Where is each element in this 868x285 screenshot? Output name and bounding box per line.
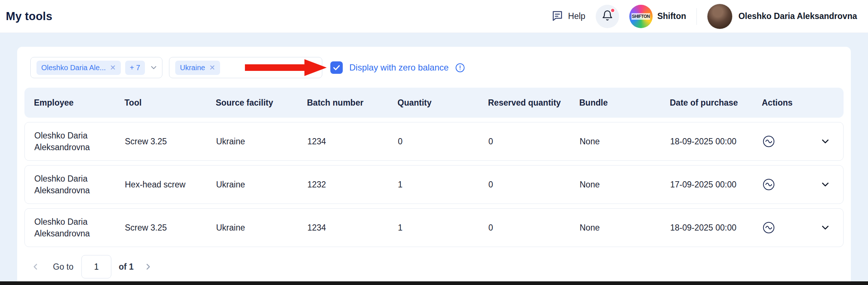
cell-tool: Screw 3.25 <box>115 222 207 233</box>
location-chip: Ukraine ✕ <box>175 61 220 75</box>
cell-bundle: None <box>570 136 661 147</box>
employee-chip-label: Oleshko Daria Ale... <box>41 64 106 72</box>
bottom-strip <box>0 281 868 285</box>
cell-date-of-purchase: 18-09-2025 00:00 <box>661 222 753 233</box>
cell-date-of-purchase: 18-09-2025 00:00 <box>661 136 753 147</box>
brand-label: Shifton <box>657 11 686 21</box>
cell-quantity: 1 <box>388 179 479 190</box>
user-menu[interactable]: Oleshko Daria Aleksandrovna <box>707 4 857 29</box>
column-header-actions: Actions <box>752 97 844 109</box>
shifton-logo[interactable]: SHIFTON <box>629 5 653 28</box>
cell-bundle: None <box>570 179 661 190</box>
filter-row: Oleshko Daria Ale... ✕ + 7 Ukraine ✕ <box>30 57 844 78</box>
employee-more-chip[interactable]: + 7 <box>125 61 145 75</box>
cell-reserved-quantity: 0 <box>479 179 570 190</box>
help-icon <box>551 10 564 23</box>
table-row: Oleshko Daria Aleksandrovna Screw 3.25 U… <box>24 208 844 247</box>
pagination-prev-icon[interactable] <box>28 262 43 271</box>
cell-source-facility: Ukraine <box>207 179 298 190</box>
shifton-logo-text: SHIFTON <box>631 13 650 20</box>
cell-bundle: None <box>570 222 661 233</box>
info-icon[interactable] <box>455 63 465 73</box>
my-tools-card: Oleshko Daria Ale... ✕ + 7 Ukraine ✕ <box>17 47 851 285</box>
table-row: Oleshko Daria Aleksandrovna Screw 3.25 U… <box>24 122 844 161</box>
cell-reserved-quantity: 0 <box>479 222 570 233</box>
employee-chip: Oleshko Daria Ale... ✕ <box>37 61 121 75</box>
column-header-batch-number: Batch number <box>297 97 388 109</box>
cell-quantity: 1 <box>388 222 479 233</box>
cell-batch-number: 1232 <box>298 179 388 190</box>
table-row: Oleshko Daria Aleksandrovna Hex-head scr… <box>24 165 844 204</box>
activity-icon[interactable] <box>762 135 775 148</box>
cell-batch-number: 1234 <box>298 222 388 233</box>
zero-balance-label: Display with zero balance <box>349 62 449 73</box>
location-filter-select[interactable]: Ukraine ✕ <box>169 57 322 78</box>
cell-date-of-purchase: 17-09-2025 00:00 <box>661 179 753 190</box>
tools-table: Employee Tool Source facility Batch numb… <box>24 88 844 247</box>
column-header-reserved-quantity: Reserved quantity <box>479 97 570 109</box>
topbar-right: Help SHIFTON Shifton Oleshko Daria Aleks… <box>551 4 857 29</box>
cell-tool: Hex-head screw <box>115 179 207 190</box>
chevron-down-icon[interactable] <box>149 63 158 72</box>
notification-dot <box>610 8 615 13</box>
table-header-row: Employee Tool Source facility Batch numb… <box>24 88 844 118</box>
of-label: of 1 <box>119 262 134 272</box>
page-input[interactable] <box>81 255 111 278</box>
cell-employee: Oleshko Daria Aleksandrovna <box>25 216 112 239</box>
header-divider <box>696 8 697 25</box>
column-header-tool: Tool <box>115 97 206 109</box>
user-name: Oleshko Daria Aleksandrovna <box>738 11 857 21</box>
activity-icon[interactable] <box>762 178 775 191</box>
zero-balance-checkbox[interactable] <box>330 61 343 74</box>
remove-chip-icon[interactable]: ✕ <box>110 64 116 71</box>
goto-label: Go to <box>53 262 73 272</box>
cell-reserved-quantity: 0 <box>479 136 570 147</box>
cell-actions <box>753 135 843 148</box>
column-header-source-facility: Source facility <box>206 97 297 109</box>
cell-source-facility: Ukraine <box>207 222 298 233</box>
column-header-employee: Employee <box>24 97 115 109</box>
page-title: My tools <box>6 10 52 23</box>
top-bar: My tools Help SHIFTON <box>0 0 868 33</box>
avatar <box>707 4 733 29</box>
cell-actions <box>753 221 843 234</box>
remove-chip-icon[interactable]: ✕ <box>209 64 215 71</box>
cell-quantity: 0 <box>388 136 479 147</box>
activity-icon[interactable] <box>762 221 775 234</box>
chevron-down-icon[interactable] <box>820 136 831 147</box>
location-chip-label: Ukraine <box>180 64 205 72</box>
cell-employee: Oleshko Daria Aleksandrovna <box>25 130 112 153</box>
employee-filter-select[interactable]: Oleshko Daria Ale... ✕ + 7 <box>30 57 162 78</box>
column-header-bundle: Bundle <box>570 97 660 109</box>
pagination: Go to of 1 <box>28 255 844 278</box>
help-label: Help <box>568 11 585 21</box>
cell-employee: Oleshko Daria Aleksandrovna <box>25 173 112 196</box>
pagination-next-icon[interactable] <box>140 262 155 271</box>
column-header-quantity: Quantity <box>388 97 479 109</box>
employee-more-label: + 7 <box>130 64 140 72</box>
chevron-down-icon[interactable] <box>820 179 831 190</box>
cell-batch-number: 1234 <box>298 136 388 147</box>
cell-actions <box>753 178 843 191</box>
column-header-date-of-purchase: Date of purchase <box>660 97 752 109</box>
chevron-down-icon[interactable] <box>820 222 831 233</box>
brand: SHIFTON Shifton <box>629 5 686 28</box>
cell-source-facility: Ukraine <box>207 136 298 147</box>
cell-tool: Screw 3.25 <box>115 136 207 147</box>
notifications-button[interactable] <box>596 5 619 28</box>
help-button[interactable]: Help <box>551 10 585 23</box>
content-area: Oleshko Daria Ale... ✕ + 7 Ukraine ✕ <box>0 33 868 281</box>
